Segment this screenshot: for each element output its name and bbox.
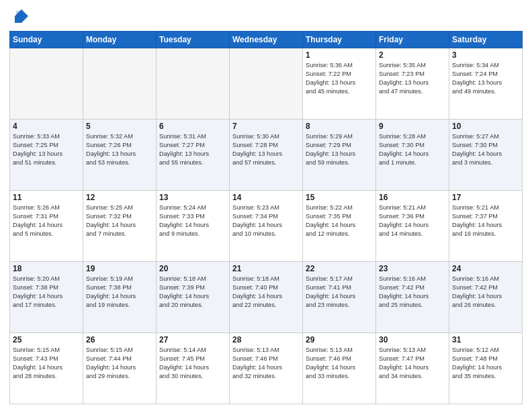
calendar-table: SundayMondayTuesdayWednesdayThursdayFrid… [9, 31, 523, 404]
day-number: 15 [306, 193, 373, 202]
day-number: 28 [232, 335, 300, 345]
calendar-day: 3Sunrise: 5:34 AM Sunset: 7:24 PM Daylig… [449, 48, 523, 120]
day-info: Sunrise: 5:21 AM Sunset: 7:36 PM Dayligh… [379, 203, 446, 238]
calendar-day: 2Sunrise: 5:35 AM Sunset: 7:23 PM Daylig… [376, 48, 449, 120]
day-number: 9 [379, 122, 446, 131]
day-number: 4 [13, 122, 80, 131]
calendar-day: 17Sunrise: 5:21 AM Sunset: 7:37 PM Dayli… [449, 191, 523, 262]
day-number: 3 [452, 50, 519, 60]
day-info: Sunrise: 5:29 AM Sunset: 7:29 PM Dayligh… [306, 132, 373, 167]
calendar-day: 27Sunrise: 5:14 AM Sunset: 7:45 PM Dayli… [157, 333, 230, 404]
calendar-day: 26Sunrise: 5:15 AM Sunset: 7:44 PM Dayli… [83, 333, 157, 404]
calendar-day: 23Sunrise: 5:16 AM Sunset: 7:42 PM Dayli… [376, 262, 449, 333]
day-info: Sunrise: 5:25 AM Sunset: 7:32 PM Dayligh… [86, 203, 153, 238]
calendar-day: 11Sunrise: 5:26 AM Sunset: 7:31 PM Dayli… [10, 191, 83, 262]
day-info: Sunrise: 5:21 AM Sunset: 7:37 PM Dayligh… [452, 203, 519, 238]
day-number: 19 [86, 264, 153, 273]
day-number: 23 [379, 264, 446, 273]
day-number: 11 [13, 193, 80, 202]
day-number: 14 [232, 193, 300, 202]
calendar-day [157, 48, 230, 120]
day-info: Sunrise: 5:19 AM Sunset: 7:38 PM Dayligh… [86, 275, 153, 310]
day-number: 29 [306, 335, 373, 345]
logo [9, 7, 31, 26]
calendar-day: 13Sunrise: 5:24 AM Sunset: 7:33 PM Dayli… [157, 191, 230, 262]
weekday-header-tuesday: Tuesday [157, 32, 230, 48]
calendar-week-5: 25Sunrise: 5:15 AM Sunset: 7:43 PM Dayli… [10, 333, 523, 404]
day-info: Sunrise: 5:32 AM Sunset: 7:26 PM Dayligh… [86, 132, 153, 167]
calendar-day: 19Sunrise: 5:19 AM Sunset: 7:38 PM Dayli… [83, 262, 157, 333]
day-number: 13 [159, 193, 226, 202]
day-info: Sunrise: 5:15 AM Sunset: 7:43 PM Dayligh… [13, 346, 80, 381]
calendar-day: 14Sunrise: 5:23 AM Sunset: 7:34 PM Dayli… [230, 191, 303, 262]
svg-marker-1 [16, 11, 23, 21]
day-number: 24 [452, 264, 519, 273]
day-number: 31 [452, 335, 519, 345]
day-number: 26 [86, 335, 153, 345]
day-info: Sunrise: 5:30 AM Sunset: 7:28 PM Dayligh… [232, 132, 300, 167]
day-number: 21 [232, 264, 300, 273]
day-number: 5 [86, 122, 153, 131]
calendar-day: 20Sunrise: 5:18 AM Sunset: 7:39 PM Dayli… [157, 262, 230, 333]
day-number: 18 [13, 264, 80, 273]
day-number: 8 [306, 122, 373, 131]
day-info: Sunrise: 5:18 AM Sunset: 7:39 PM Dayligh… [159, 275, 226, 310]
day-info: Sunrise: 5:22 AM Sunset: 7:35 PM Dayligh… [306, 203, 373, 238]
weekday-header-sunday: Sunday [10, 32, 83, 48]
day-info: Sunrise: 5:33 AM Sunset: 7:25 PM Dayligh… [13, 132, 80, 167]
calendar-week-3: 11Sunrise: 5:26 AM Sunset: 7:31 PM Dayli… [10, 191, 523, 262]
day-info: Sunrise: 5:36 AM Sunset: 7:22 PM Dayligh… [306, 61, 373, 96]
day-info: Sunrise: 5:13 AM Sunset: 7:46 PM Dayligh… [232, 346, 300, 381]
day-info: Sunrise: 5:31 AM Sunset: 7:27 PM Dayligh… [159, 132, 226, 167]
weekday-header-row: SundayMondayTuesdayWednesdayThursdayFrid… [10, 32, 523, 48]
day-info: Sunrise: 5:34 AM Sunset: 7:24 PM Dayligh… [452, 61, 519, 96]
calendar-day: 4Sunrise: 5:33 AM Sunset: 7:25 PM Daylig… [10, 120, 83, 191]
calendar-day: 5Sunrise: 5:32 AM Sunset: 7:26 PM Daylig… [83, 120, 157, 191]
logo-icon [9, 7, 28, 26]
day-number: 1 [306, 50, 373, 60]
calendar-day: 7Sunrise: 5:30 AM Sunset: 7:28 PM Daylig… [230, 120, 303, 191]
day-info: Sunrise: 5:27 AM Sunset: 7:30 PM Dayligh… [452, 132, 519, 167]
calendar-day: 6Sunrise: 5:31 AM Sunset: 7:27 PM Daylig… [157, 120, 230, 191]
day-info: Sunrise: 5:12 AM Sunset: 7:48 PM Dayligh… [452, 346, 519, 381]
day-info: Sunrise: 5:23 AM Sunset: 7:34 PM Dayligh… [232, 203, 300, 238]
day-number: 30 [379, 335, 446, 345]
day-number: 27 [159, 335, 226, 345]
day-info: Sunrise: 5:20 AM Sunset: 7:38 PM Dayligh… [13, 275, 80, 310]
calendar-day: 18Sunrise: 5:20 AM Sunset: 7:38 PM Dayli… [10, 262, 83, 333]
day-info: Sunrise: 5:24 AM Sunset: 7:33 PM Dayligh… [159, 203, 226, 238]
calendar-day: 16Sunrise: 5:21 AM Sunset: 7:36 PM Dayli… [376, 191, 449, 262]
day-info: Sunrise: 5:15 AM Sunset: 7:44 PM Dayligh… [86, 346, 153, 381]
day-number: 22 [306, 264, 373, 273]
day-info: Sunrise: 5:13 AM Sunset: 7:46 PM Dayligh… [306, 346, 373, 381]
weekday-header-wednesday: Wednesday [230, 32, 303, 48]
calendar-day: 25Sunrise: 5:15 AM Sunset: 7:43 PM Dayli… [10, 333, 83, 404]
calendar-day: 30Sunrise: 5:13 AM Sunset: 7:47 PM Dayli… [376, 333, 449, 404]
calendar-day: 24Sunrise: 5:16 AM Sunset: 7:42 PM Dayli… [449, 262, 523, 333]
calendar-day: 10Sunrise: 5:27 AM Sunset: 7:30 PM Dayli… [449, 120, 523, 191]
day-number: 12 [86, 193, 153, 202]
day-number: 7 [232, 122, 300, 131]
day-info: Sunrise: 5:17 AM Sunset: 7:41 PM Dayligh… [306, 275, 373, 310]
calendar-day: 22Sunrise: 5:17 AM Sunset: 7:41 PM Dayli… [303, 262, 376, 333]
calendar-day: 21Sunrise: 5:18 AM Sunset: 7:40 PM Dayli… [230, 262, 303, 333]
day-info: Sunrise: 5:16 AM Sunset: 7:42 PM Dayligh… [379, 275, 446, 310]
calendar-day: 9Sunrise: 5:28 AM Sunset: 7:30 PM Daylig… [376, 120, 449, 191]
calendar-day: 31Sunrise: 5:12 AM Sunset: 7:48 PM Dayli… [449, 333, 523, 404]
calendar-day: 15Sunrise: 5:22 AM Sunset: 7:35 PM Dayli… [303, 191, 376, 262]
calendar-day [83, 48, 157, 120]
calendar-day: 8Sunrise: 5:29 AM Sunset: 7:29 PM Daylig… [303, 120, 376, 191]
weekday-header-saturday: Saturday [449, 32, 523, 48]
calendar-day: 29Sunrise: 5:13 AM Sunset: 7:46 PM Dayli… [303, 333, 376, 404]
calendar-day [10, 48, 83, 120]
calendar-week-4: 18Sunrise: 5:20 AM Sunset: 7:38 PM Dayli… [10, 262, 523, 333]
weekday-header-monday: Monday [83, 32, 157, 48]
day-number: 16 [379, 193, 446, 202]
calendar-week-2: 4Sunrise: 5:33 AM Sunset: 7:25 PM Daylig… [10, 120, 523, 191]
day-number: 10 [452, 122, 519, 131]
day-number: 17 [452, 193, 519, 202]
day-info: Sunrise: 5:28 AM Sunset: 7:30 PM Dayligh… [379, 132, 446, 167]
calendar-day: 12Sunrise: 5:25 AM Sunset: 7:32 PM Dayli… [83, 191, 157, 262]
day-number: 20 [159, 264, 226, 273]
header [9, 7, 523, 26]
